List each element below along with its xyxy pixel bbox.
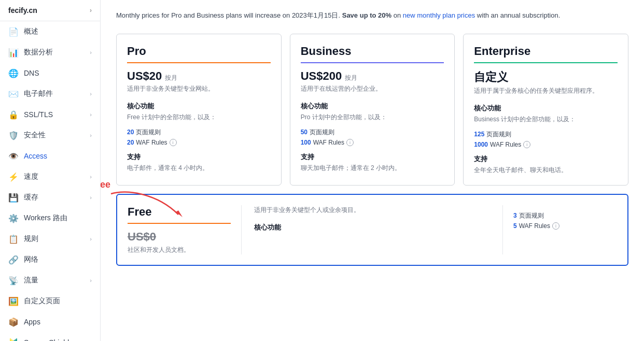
pro-waf: 20 WAF Rules i [127,139,271,146]
sidebar-item-label: SSL/TLS [24,110,90,119]
plans-container: Pro US$20 按月 适用于非业务关键型专业网站。 核心功能 Free 计划… [116,34,628,266]
dns-icon: 🌐 [8,68,19,78]
enterprise-waf-count: 1000 [474,141,488,148]
sidebar-item-dns[interactable]: 🌐 DNS [0,63,100,83]
free-features: 3 页面规则 5 WAF Rules i [513,211,617,230]
plan-card-pro[interactable]: Pro US$20 按月 适用于非业务关键型专业网站。 核心功能 Free 计划… [116,34,282,186]
plan-card-enterprise[interactable]: Enterprise 自定义 适用于属于业务核心的任务关键型应用程序。 核心功能… [463,34,628,186]
business-page-rules-count: 50 [301,129,307,136]
sidebar-item-workers[interactable]: ⚙️ Workers 路由 [0,208,100,229]
sidebar-item-label: 规则 [24,234,90,244]
network-icon: 🔗 [8,254,19,265]
pro-divider [127,62,271,63]
business-waf: 100 WAF Rules i [301,139,444,146]
business-core-desc: Pro 计划中的全部功能，以及： [301,113,444,122]
pro-page-rules: 20 页面规则 [127,128,271,137]
pro-waf-count: 20 [127,139,134,146]
free-page-rules: 3 页面规则 [513,211,617,220]
enterprise-waf-info-icon[interactable]: i [523,141,530,148]
annotation-text: 选择free [101,178,110,191]
enterprise-page-rules-count: 125 [474,131,484,138]
chevron-down-icon: › [90,132,92,138]
enterprise-support-title: 支持 [474,154,618,164]
enterprise-waf: 1000 WAF Rules i [474,141,618,148]
sidebar-item-email[interactable]: ✉️ 电子邮件 › [0,83,100,104]
chevron-down-icon: › [90,111,92,118]
pro-waf-info-icon[interactable]: i [170,139,177,146]
pro-core-title: 核心功能 [127,102,271,111]
sidebar-item-custom-pages[interactable]: 🖼️ 自定义页面 [0,291,100,311]
sidebar-item-security[interactable]: 🛡️ 安全性 › [0,125,100,146]
enterprise-page-rules: 125 页面规则 [474,130,618,139]
sidebar-item-traffic[interactable]: 📡 流量 › [0,270,100,291]
enterprise-plan-desc: 适用于属于业务核心的任务关键型应用程序。 [474,86,618,95]
enterprise-waf-label: WAF Rules [490,141,521,148]
enterprise-page-rules-label: 页面规则 [486,130,511,139]
scrape-shield-icon: 🔰 [8,337,19,341]
sidebar-item-label: 自定义页面 [24,296,92,306]
notice-link[interactable]: new monthly plan prices [403,11,475,19]
sidebar-item-access[interactable]: 👁️ Access [0,146,100,166]
free-plan-desc: 适用于非业务关键型个人或业余项目。 [254,205,490,215]
top-plans-row: Pro US$20 按月 适用于非业务关键型专业网站。 核心功能 Free 计划… [116,34,628,186]
business-plan-price: US$200 按月 [301,69,444,83]
sidebar: fecify.cn › 📄 概述 📊 数据分析 › 🌐 DNS ✉️ 电子邮件 … [0,0,101,341]
free-plan-middle: 适用于非业务关键型个人或业余项目。 核心功能 [242,205,503,254]
sidebar-item-label: Workers 路由 [24,214,92,223]
chevron-down-icon: › [90,174,92,180]
plan-card-business[interactable]: Business US$200 按月 适用于在线运营的小型企业。 核心功能 Pr… [290,34,455,186]
plan-card-free[interactable]: Free US$0 社区和开发人员文档。 适用于非业务关键型个人或业余项目。 核… [116,194,628,266]
notice-bar: Monthly prices for Pro and Business plan… [116,10,628,21]
pro-waf-label: WAF Rules [136,139,167,146]
business-plan-name: Business [301,45,444,58]
pro-plan-desc: 适用于非业务关键型专业网站。 [127,84,271,93]
business-waf-info-icon[interactable]: i [346,139,354,146]
pro-features: 20 页面规则 20 WAF Rules i [127,128,271,146]
apps-icon: 📦 [8,317,19,327]
sidebar-item-network[interactable]: 🔗 网络 [0,249,100,270]
security-icon: 🛡️ [8,130,19,140]
traffic-icon: 📡 [8,275,19,286]
overview-icon: 📄 [8,26,19,37]
cache-icon: 💾 [8,192,19,203]
pro-support-title: 支持 [127,152,271,162]
sidebar-item-ssl[interactable]: 🔒 SSL/TLS › [0,104,100,125]
business-waf-label: WAF Rules [313,139,344,146]
business-features: 50 页面规则 100 WAF Rules i [301,128,444,146]
enterprise-plan-name: Enterprise [474,45,618,58]
sidebar-item-cache[interactable]: 💾 缓存 › [0,187,100,208]
sidebar-item-apps[interactable]: 📦 Apps [0,311,100,332]
sidebar-item-label: 电子邮件 [24,89,90,98]
notice-suffix: with an annual subscription. [475,11,560,19]
sidebar-item-speed[interactable]: ⚡ 速度 › [0,166,100,187]
pro-support-desc: 电子邮件，通常在 4 小时内。 [127,164,271,173]
main-content: Monthly prices for Pro and Business plan… [101,0,644,341]
chevron-right-icon: › [90,7,92,14]
sidebar-item-label: Scrape Shield [24,338,92,341]
chevron-down-icon: › [90,194,92,201]
enterprise-features: 125 页面规则 1000 WAF Rules i [474,130,618,148]
notice-text: Monthly prices for Pro and Business plan… [116,11,342,19]
sidebar-domain-header[interactable]: fecify.cn › [0,0,100,21]
free-page-rules-label: 页面规则 [519,211,544,220]
free-plan-price-strike: US$0 [128,230,231,244]
speed-icon: ⚡ [8,172,19,182]
sidebar-item-scrape-shield[interactable]: 🔰 Scrape Shield [0,332,100,341]
sidebar-item-label: Apps [24,318,92,326]
enterprise-support-desc: 全年全天电子邮件、聊天和电话。 [474,166,618,175]
pro-core-desc: Free 计划中的全部功能，以及： [127,113,271,122]
rules-icon: 📋 [8,234,19,244]
sidebar-item-label: 安全性 [24,131,90,140]
sidebar-item-overview[interactable]: 📄 概述 [0,21,100,42]
free-plan-right: 3 页面规则 5 WAF Rules i [503,205,617,254]
business-page-rules-label: 页面规则 [310,128,334,137]
business-core-title: 核心功能 [301,102,444,111]
sidebar-item-analytics[interactable]: 📊 数据分析 › [0,42,100,63]
analytics-icon: 📊 [8,47,19,58]
chevron-down-icon: › [90,236,92,242]
business-support-title: 支持 [301,152,444,162]
sidebar-item-rules[interactable]: 📋 规则 › [0,229,100,249]
free-waf-info-icon[interactable]: i [552,222,559,230]
free-waf-count: 5 [513,222,517,230]
free-plan-name: Free [128,205,231,219]
